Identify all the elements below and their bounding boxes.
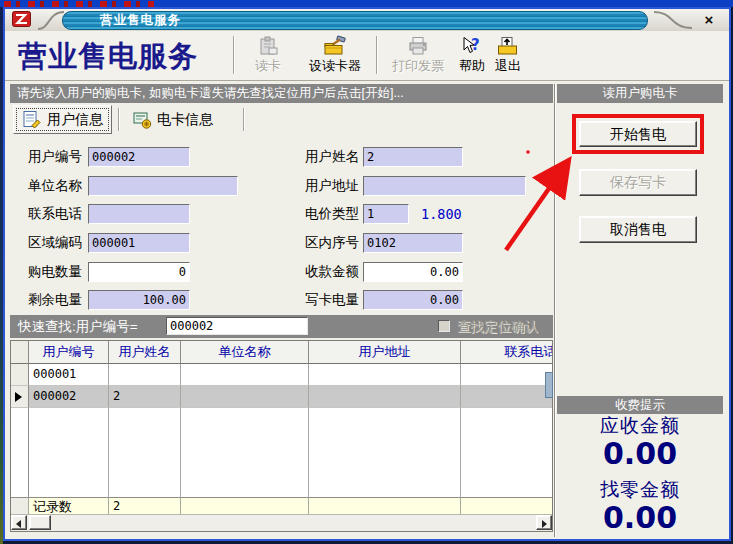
read-card-label: 读卡 xyxy=(245,57,291,74)
vertical-scrollbar-thumb[interactable] xyxy=(545,372,553,398)
unit-name-field[interactable] xyxy=(88,176,238,196)
help-label: 帮助 xyxy=(452,57,492,74)
change-amount-value: 0.00 xyxy=(557,500,723,535)
cell-user-name[interactable] xyxy=(109,364,181,386)
footer-selector xyxy=(11,497,29,515)
phone-field[interactable] xyxy=(88,204,190,224)
print-invoice-button: 打印发票 xyxy=(382,35,454,77)
setup-reader-button[interactable]: 设读卡器 xyxy=(299,35,371,77)
app-logo-icon xyxy=(12,11,31,27)
write-qty-field[interactable] xyxy=(363,290,463,310)
toolbar-separator xyxy=(376,36,377,74)
remaining-label: 剩余电量 xyxy=(28,290,82,310)
row-selector[interactable] xyxy=(11,364,29,386)
col-unit-name[interactable]: 单位名称 xyxy=(181,341,309,364)
col-user-id[interactable]: 用户编号 xyxy=(29,341,109,364)
scroll-left-icon xyxy=(16,520,21,528)
user-id-field[interactable] xyxy=(88,147,190,167)
amount-received-label: 收款金额 xyxy=(305,262,359,282)
titlebar-curve-left xyxy=(36,9,66,31)
table-footer-row: 记录数 2 xyxy=(11,497,553,515)
quick-search-bar: 快速查找:用户编号= 查找定位确认 xyxy=(10,315,553,338)
tab-separator xyxy=(243,108,244,131)
right-panel-header: 读用户购电卡 xyxy=(557,84,723,103)
scroll-right-icon xyxy=(542,520,547,528)
setup-reader-icon xyxy=(299,35,371,57)
cell-unit-name[interactable] xyxy=(181,386,309,408)
tab-user-info[interactable]: 用户信息 xyxy=(13,105,112,134)
phone-label: 联系电话 xyxy=(28,204,82,224)
serial-field[interactable] xyxy=(363,233,463,253)
status-message: 请先读入用户的购电卡, 如购电卡遗失请先查找定位用户后点击[开始]... xyxy=(10,84,553,103)
tab-card-info[interactable]: 电卡信息 xyxy=(124,105,221,134)
user-info-icon xyxy=(22,110,42,130)
price-type-label: 电价类型 xyxy=(305,204,359,224)
tab-user-info-label: 用户信息 xyxy=(47,111,103,129)
table-selector-header xyxy=(11,341,29,364)
toolbar-separator xyxy=(233,36,234,74)
current-row-marker-icon xyxy=(15,392,22,402)
titlebar-curve-right xyxy=(652,9,694,31)
unit-name-label: 单位名称 xyxy=(28,176,82,196)
col-user-name[interactable]: 用户姓名 xyxy=(109,341,181,364)
cell-user-name[interactable]: 2 xyxy=(109,386,181,408)
row-selector[interactable] xyxy=(11,386,29,408)
address-label: 用户地址 xyxy=(305,176,359,196)
col-phone[interactable]: 联系电话 xyxy=(461,341,553,364)
col-address[interactable]: 用户地址 xyxy=(309,341,461,364)
card-info-icon xyxy=(132,110,152,130)
locate-confirm-checkbox[interactable] xyxy=(438,320,450,332)
user-name-label: 用户姓名 xyxy=(305,147,359,167)
locate-confirm-label: 查找定位确认 xyxy=(457,315,538,338)
quick-search-label: 快速查找:用户编号= xyxy=(18,315,138,338)
quick-search-input[interactable] xyxy=(166,317,308,335)
write-qty-label: 写卡电量 xyxy=(305,290,359,310)
cell-phone[interactable] xyxy=(461,364,553,386)
purchase-qty-field[interactable] xyxy=(88,262,190,282)
setup-reader-label: 设读卡器 xyxy=(299,57,371,74)
area-code-field[interactable] xyxy=(88,233,190,253)
address-field[interactable] xyxy=(363,176,526,196)
print-invoice-icon xyxy=(382,35,454,57)
record-count-label: 记录数 xyxy=(29,497,109,515)
user-id-label: 用户编号 xyxy=(28,147,82,167)
desktop-top-strip xyxy=(0,0,733,7)
fee-section-header: 收费提示 xyxy=(557,396,723,414)
cell-unit-name[interactable] xyxy=(181,364,309,386)
record-count-value: 2 xyxy=(109,497,181,515)
exit-icon xyxy=(489,35,527,57)
scroll-right-button[interactable] xyxy=(536,515,552,530)
scroll-thumb[interactable] xyxy=(29,515,51,530)
table-header-row: 用户编号 用户姓名 单位名称 用户地址 联系电话 xyxy=(11,341,553,364)
cell-phone[interactable] xyxy=(461,386,553,408)
area-code-label: 区域编码 xyxy=(28,233,82,253)
serial-label: 区内序号 xyxy=(305,233,359,253)
remaining-field[interactable] xyxy=(88,290,190,310)
user-name-field[interactable] xyxy=(363,147,463,167)
help-button[interactable]: ? 帮助 xyxy=(452,35,492,77)
scroll-left-button[interactable] xyxy=(11,515,27,530)
read-card-icon xyxy=(245,35,291,57)
price-type-field[interactable] xyxy=(363,204,409,224)
tab-separator xyxy=(118,108,119,131)
start-sale-button[interactable]: 开始售电 xyxy=(579,121,697,147)
horizontal-scrollbar[interactable] xyxy=(11,514,552,531)
window-title: 营业售电服务 xyxy=(100,11,181,30)
receivable-amount-value: 0.00 xyxy=(557,436,723,471)
cancel-sale-button[interactable]: 取消售电 xyxy=(579,216,697,243)
cell-user-id[interactable]: 000002 xyxy=(29,386,109,408)
table-row[interactable]: 000001 xyxy=(11,364,553,386)
help-icon: ? xyxy=(452,35,492,57)
exit-button[interactable]: 退出 xyxy=(489,35,527,77)
close-icon[interactable]: × xyxy=(698,10,720,30)
app-title: 营业售电服务 xyxy=(18,36,198,76)
table-row-selected[interactable]: 000002 2 xyxy=(11,386,553,408)
cell-user-id[interactable]: 000001 xyxy=(29,364,109,386)
user-table: 用户编号 用户姓名 单位名称 用户地址 联系电话 000001 000002 2 xyxy=(10,340,553,532)
cell-address[interactable] xyxy=(309,364,461,386)
exit-label: 退出 xyxy=(489,57,527,74)
cell-address[interactable] xyxy=(309,386,461,408)
amount-received-field[interactable] xyxy=(363,262,463,282)
print-invoice-label: 打印发票 xyxy=(382,57,454,74)
unit-price-value: 1.800 xyxy=(421,204,462,224)
